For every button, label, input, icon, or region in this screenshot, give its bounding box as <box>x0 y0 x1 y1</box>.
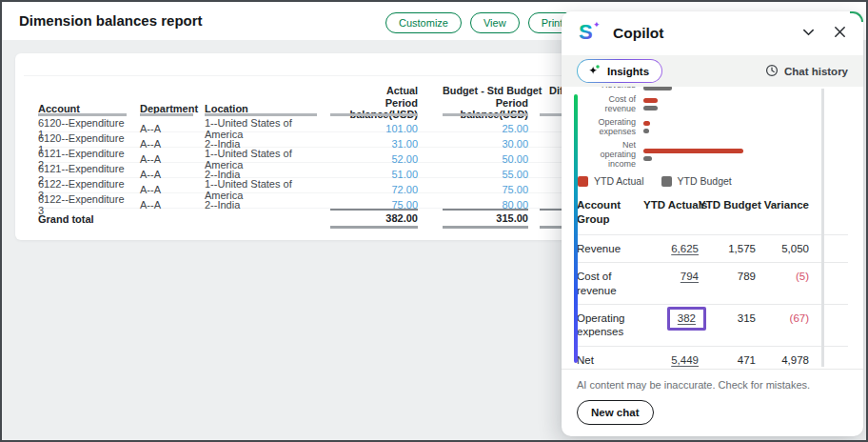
insight-budget: 789 <box>699 270 756 283</box>
actuals-link[interactable]: 382 <box>678 312 696 324</box>
chat-history-button[interactable]: Chat history <box>765 64 848 79</box>
copilot-title: Copilot <box>613 25 790 42</box>
cell-location: 1--United States of America <box>205 148 317 171</box>
chat-history-icon <box>765 64 779 79</box>
col-group-budget: Budget - Std Budget <box>443 85 528 96</box>
insight-group: Revenue <box>577 242 643 255</box>
cell-department: A--A <box>140 138 193 150</box>
insight-budget: 315 <box>699 311 756 325</box>
legend-swatch-red <box>578 176 588 187</box>
chart-category-label: Cost of revenue <box>590 94 643 113</box>
cell-budget-link[interactable]: 75.00 <box>443 184 528 195</box>
copilot-logo-icon: S ✦ <box>578 19 602 48</box>
cell-department: A--A <box>140 123 193 134</box>
chart-category-label: Revenue <box>590 87 643 90</box>
close-panel-button[interactable] <box>833 25 847 43</box>
bar-actual <box>643 98 658 103</box>
legend-swatch-gray <box>661 176 672 187</box>
svg-text:✦: ✦ <box>593 20 601 30</box>
cell-location: 1--United States of America <box>205 117 317 140</box>
insight-group: Net operating income <box>577 353 643 369</box>
chart-category-label: Net operating income <box>590 140 643 169</box>
app-window: Dimension balances report Customize View… <box>0 0 868 442</box>
insight-variance: 5,050 <box>756 242 809 255</box>
legend-item-actual: YTD Actual <box>578 175 644 187</box>
insight-content: Revenue Cost of revenue <box>562 87 863 369</box>
insights-label: Insights <box>607 66 649 77</box>
grand-total-actual: 382.00 <box>330 209 418 229</box>
col-header-budget-balance: Period balance(USD) <box>443 97 528 120</box>
cell-location: 1--United States of America <box>205 178 317 201</box>
insight-variance: 4,978 <box>756 353 809 367</box>
copilot-panel: S ✦ Copilot <box>562 11 863 436</box>
legend-label: YTD Actual <box>594 175 644 187</box>
insight-group: Cost of revenue <box>577 270 643 297</box>
insight-budget: 471 <box>699 353 756 367</box>
new-chat-button[interactable]: New chat <box>577 400 654 425</box>
chart-category-label: Operating expenses <box>590 117 643 136</box>
bar-budget <box>643 156 652 161</box>
legend-item-budget: YTD Budget <box>661 175 732 187</box>
insight-row: Revenue 6,625 1,575 5,050 <box>577 234 848 262</box>
cell-budget-link[interactable]: 55.00 <box>443 169 528 180</box>
chart-group: Cost of revenue <box>590 94 863 113</box>
collapse-panel-button[interactable] <box>801 25 816 43</box>
insights-button[interactable]: Insights <box>577 59 662 83</box>
cell-department: A--A <box>140 153 193 165</box>
close-icon <box>833 25 847 43</box>
chart-group: Operating expenses <box>590 117 863 136</box>
chart-group: Net operating income <box>590 140 863 169</box>
insight-table: Account Group YTD Actuals YTD Budget Var… <box>577 196 848 369</box>
grand-total-label: Grand total <box>38 213 127 225</box>
svg-text:S: S <box>579 20 593 44</box>
ih-variance: Variance <box>756 198 809 212</box>
cell-actual-link[interactable]: 51.00 <box>330 169 418 180</box>
ai-disclaimer: AI content may be inaccurate. Check for … <box>577 379 848 391</box>
bar-budget <box>643 129 649 133</box>
copilot-header: S ✦ Copilot <box>562 11 863 55</box>
cell-department: A--A <box>140 184 193 195</box>
actuals-link[interactable]: 794 <box>681 271 699 282</box>
insight-variance: (5) <box>756 270 809 283</box>
col-header-actual-balance: Period balance(USD) <box>330 97 418 120</box>
actuals-link[interactable]: 6,625 <box>671 243 699 254</box>
cell-actual-link[interactable]: 101.00 <box>330 123 418 134</box>
cell-department: A--A <box>140 199 193 211</box>
insight-row: Cost of revenue 794 789 (5) <box>577 262 848 304</box>
insight-table-header: Account Group YTD Actuals YTD Budget Var… <box>577 196 848 234</box>
cell-department: A--A <box>140 169 193 180</box>
copilot-footer: AI content may be inaccurate. Check for … <box>562 369 863 436</box>
insight-row: Operating expenses 382 315 (67) <box>577 304 848 346</box>
page-title: Dimension balances report <box>19 12 203 29</box>
chat-history-label: Chat history <box>784 66 848 77</box>
customize-button[interactable]: Customize <box>385 12 462 33</box>
chart-legend: YTD Actual YTD Budget <box>578 175 863 187</box>
bar-actual <box>643 121 650 126</box>
cell-location: 2--India <box>205 199 317 211</box>
ih-budget: YTD Budget <box>699 198 756 212</box>
sparkle-icon <box>587 64 601 79</box>
cell-budget-link[interactable]: 30.00 <box>443 138 528 150</box>
grand-total-budget: 315.00 <box>443 209 528 229</box>
chevron-down-icon <box>801 25 816 43</box>
cell-actual-link[interactable]: 72.00 <box>330 184 418 195</box>
legend-label: YTD Budget <box>678 175 732 187</box>
cell-actual-link[interactable]: 31.00 <box>330 138 418 150</box>
col-group-actual: Actual <box>330 85 418 96</box>
bar-actual <box>643 149 743 153</box>
insight-row: Net operating income 5,449 471 4,978 <box>577 346 848 369</box>
ytd-bar-chart: Revenue Cost of revenue <box>590 87 863 169</box>
ih-group: Account Group <box>577 198 643 227</box>
view-button[interactable]: View <box>470 12 520 33</box>
insight-group: Operating expenses <box>577 311 643 339</box>
ih-actuals: YTD Actuals <box>643 198 699 212</box>
cell-actual-link[interactable]: 52.00 <box>330 153 418 165</box>
cell-budget-link[interactable]: 25.00 <box>443 123 528 134</box>
chart-group: Revenue <box>590 87 863 90</box>
bar-budget <box>643 106 658 110</box>
bar-budget <box>643 87 672 90</box>
actuals-link[interactable]: 5,449 <box>671 354 699 366</box>
cell-budget-link[interactable]: 50.00 <box>443 153 528 165</box>
insight-variance: (67) <box>756 311 809 325</box>
insight-accent-bar <box>574 94 578 363</box>
